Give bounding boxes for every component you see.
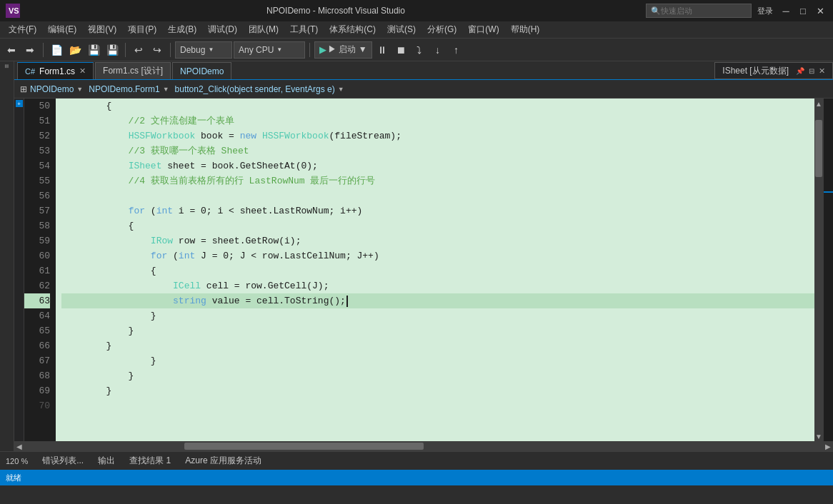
code-line-52: HSSFWorkbook book = new HSSFWorkbook(fil… [61, 128, 814, 143]
code-line-62: ICell cell = row.GetCell(J); [61, 278, 814, 293]
toolbar: ⬅ ➡ 📄 📂 💾 💾 ↩ ↪ Debug ▼ Any CPU ▼ ▶ ▶ 启动… [0, 39, 833, 61]
tab-form1-cs[interactable]: C# Form1.cs ✕ [17, 62, 94, 79]
debug-dropdown-arrow: ▼ [208, 46, 214, 53]
scroll-down-btn[interactable]: ▼ [814, 431, 823, 441]
isheet-close-btn[interactable]: ✕ [819, 66, 825, 76]
left-toolbar-item[interactable]: ≡ [3, 64, 11, 69]
back-btn[interactable]: ⬅ [3, 41, 20, 59]
add-margin-btn[interactable]: + [16, 100, 23, 107]
step-out-btn[interactable]: ↑ [448, 41, 465, 59]
tab-output[interactable]: 输出 [95, 453, 118, 468]
toolbar-sep-2 [125, 43, 126, 57]
pin-icon[interactable]: 📌 [796, 67, 804, 75]
code-line-66: } [61, 338, 814, 353]
tab-errors[interactable]: 错误列表... [39, 453, 86, 468]
step-into-btn[interactable]: ↓ [429, 41, 447, 59]
tab-azure[interactable]: Azure 应用服务活动 [182, 453, 264, 468]
tab-find-results[interactable]: 查找结果 1 [126, 453, 174, 468]
line-num-53: 53 [24, 143, 50, 158]
line-num-65: 65 [24, 323, 50, 338]
code-line-70 [61, 398, 814, 413]
menu-file[interactable]: 文件(F) [3, 22, 42, 37]
editor-wrapper: C# Form1.cs ✕ Form1.cs [设计] NPOIDemo ISh… [14, 61, 833, 451]
class-dropdown[interactable]: NPOIDemo.Form1 ▼ [89, 84, 169, 94]
menu-help[interactable]: 帮助(H) [505, 22, 546, 37]
menu-view[interactable]: 视图(V) [82, 22, 122, 37]
cpu-mode-dropdown[interactable]: Any CPU ▼ [234, 41, 305, 59]
method-label: button2_Click(object sender, EventArgs e… [175, 84, 335, 94]
code-line-67: } [61, 353, 814, 368]
line-numbers: 50 51 52 53 54 55 56 57 58 59 60 61 62 6… [24, 99, 56, 441]
line-num-56: 56 [24, 188, 50, 203]
tab-form1-design[interactable]: Form1.cs [设计] [95, 62, 171, 79]
nav-bar: ⊞ NPOIDemo ▼ NPOIDemo.Form1 ▼ button2_Cl… [14, 80, 833, 99]
menu-tools[interactable]: 工具(T) [284, 22, 324, 37]
line-num-58: 58 [24, 218, 50, 233]
code-line-63: string value = cell.ToString(); [61, 293, 814, 308]
menu-project[interactable]: 项目(P) [122, 22, 162, 37]
zoom-level: 120 % [6, 457, 28, 465]
close-button[interactable]: ✕ [813, 4, 827, 18]
redo-btn[interactable]: ↪ [149, 41, 166, 59]
line-num-68: 68 [24, 368, 50, 383]
method-dropdown[interactable]: button2_Click(object sender, EventArgs e… [175, 84, 344, 94]
line-num-57: 57 [24, 203, 50, 218]
vertical-scrollbar[interactable]: ▲ ▼ [814, 99, 823, 441]
menu-architecture[interactable]: 体系结构(C) [324, 22, 381, 37]
code-line-69: } [61, 383, 814, 398]
title-text: NPOIDemo - Microsoft Visual Studio [26, 6, 646, 16]
line-num-63: 63 [24, 293, 50, 308]
menu-edit[interactable]: 编辑(E) [42, 22, 82, 37]
new-file-btn[interactable]: 📄 [48, 41, 65, 59]
horizontal-scrollbar[interactable]: ◀ ▶ [14, 441, 833, 451]
code-line-60: for (int J = 0; J < row.LastCellNum; J++… [61, 248, 814, 263]
bottom-panel: 120 % 错误列表... 输出 查找结果 1 Azure 应用服务活动 [0, 451, 833, 470]
maximize-button[interactable]: □ [796, 4, 810, 18]
h-scroll-thumb[interactable] [184, 443, 424, 450]
svg-text:VS: VS [9, 6, 19, 15]
line-num-59: 59 [24, 233, 50, 248]
left-margin: + [14, 99, 24, 441]
scroll-right-btn[interactable]: ▶ [823, 441, 833, 451]
forward-btn[interactable]: ➡ [21, 41, 39, 59]
code-line-50: { [61, 99, 814, 114]
menu-build[interactable]: 生成(B) [162, 22, 202, 37]
pause-btn[interactable]: ⏸ [374, 41, 391, 59]
open-btn[interactable]: 📂 [66, 41, 84, 59]
undo-btn[interactable]: ↩ [130, 41, 147, 59]
stop-btn[interactable]: ⏹ [392, 41, 409, 59]
code-content[interactable]: { //2 文件流创建一个表单 HSSFWorkbook book = new … [56, 99, 814, 441]
namespace-dropdown[interactable]: ⊞ NPOIDemo ▼ [20, 84, 83, 94]
menu-test[interactable]: 测试(S) [381, 22, 422, 37]
quick-search-input[interactable] [661, 6, 747, 15]
scroll-left-btn[interactable]: ◀ [14, 441, 24, 451]
line-num-55: 55 [24, 173, 50, 188]
step-over-btn[interactable]: ⤵ [411, 41, 428, 59]
login-button[interactable]: 登录 [757, 6, 773, 16]
line-num-50: 50 [24, 99, 50, 114]
isheet-panel-tab[interactable]: ISheet [从元数据] 📌 ⊟ ✕ [714, 62, 833, 79]
menu-debug[interactable]: 调试(D) [202, 22, 243, 37]
debug-mode-label: Debug [180, 45, 205, 55]
save-btn[interactable]: 💾 [85, 41, 102, 59]
code-line-55: //4 获取当前表格所有的行 LastRowNum 最后一行的行号 [61, 173, 814, 188]
code-line-58: { [61, 218, 814, 233]
line-num-70: 70 [24, 398, 50, 413]
start-button[interactable]: ▶ ▶ 启动 ▼ [314, 41, 372, 59]
tab-form1-design-label: Form1.cs [设计] [103, 65, 163, 77]
h-scroll-track[interactable] [24, 443, 823, 450]
menu-analyze[interactable]: 分析(G) [422, 22, 462, 37]
minimize-button[interactable]: ─ [779, 4, 793, 18]
cpu-mode-label: Any CPU [239, 45, 274, 55]
scroll-thumb[interactable] [815, 120, 822, 177]
tab-npoidemo[interactable]: NPOIDemo [172, 62, 231, 79]
status-bar: 就绪 [0, 470, 833, 485]
menu-bar: 文件(F) 编辑(E) 视图(V) 项目(P) 生成(B) 调试(D) 团队(M… [0, 21, 833, 39]
tab-form1-cs-close[interactable]: ✕ [79, 66, 86, 76]
scroll-up-btn[interactable]: ▲ [814, 99, 823, 109]
save-all-btn[interactable]: 💾 [104, 41, 121, 59]
dock-icon[interactable]: ⊟ [809, 67, 814, 75]
debug-mode-dropdown[interactable]: Debug ▼ [175, 41, 232, 59]
menu-window[interactable]: 窗口(W) [462, 22, 504, 37]
menu-team[interactable]: 团队(M) [243, 22, 284, 37]
